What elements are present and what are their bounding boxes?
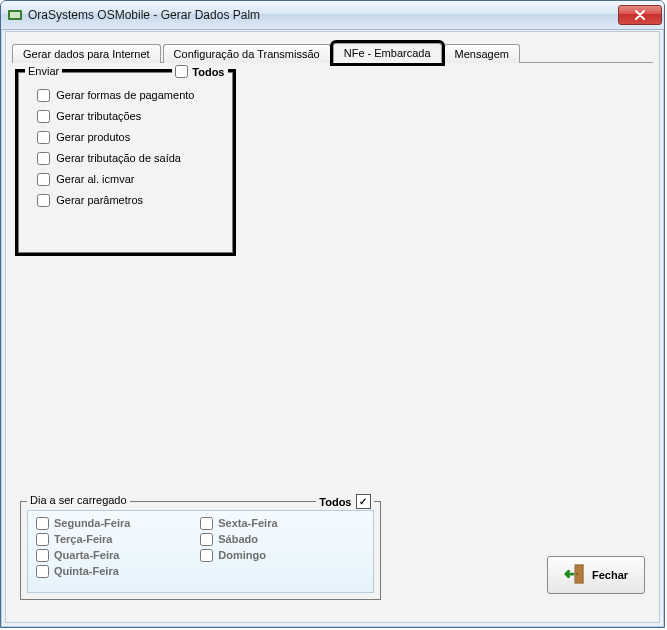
checkbox[interactable]	[200, 517, 213, 530]
checkbox-label: Gerar formas de pagamento	[56, 89, 194, 101]
checkbox-label: Gerar tributação de saída	[56, 152, 181, 164]
checkbox-label: Sábado	[218, 531, 258, 547]
dia-body: Segunda-Feira Terça-Feira Quarta-Feira Q…	[27, 510, 374, 593]
checkbox[interactable]	[36, 549, 49, 562]
tab-mensagem[interactable]: Mensagem	[444, 44, 520, 63]
fechar-button[interactable]: Fechar	[547, 556, 645, 594]
fechar-label: Fechar	[592, 569, 628, 581]
checkbox[interactable]	[200, 533, 213, 546]
tab-config-transmissao[interactable]: Configuração da Transmissão	[163, 44, 331, 63]
enviar-item[interactable]: Gerar tributação de saída	[37, 152, 215, 165]
enviar-item[interactable]: Gerar formas de pagamento	[37, 89, 215, 102]
checkbox[interactable]	[36, 517, 49, 530]
checkbox[interactable]	[36, 533, 49, 546]
checkbox-dia-todos[interactable]: ✓	[356, 494, 371, 509]
dia-item[interactable]: Quarta-Feira	[36, 547, 200, 563]
tab-strip: Gerar dados para Internet Configuração d…	[12, 38, 653, 63]
checkbox-label: Quinta-Feira	[54, 563, 119, 579]
label-dia-todos: Todos	[319, 496, 351, 508]
label-enviar-todos: Todos	[192, 66, 224, 78]
group-enviar-legend: Enviar	[25, 65, 62, 77]
dia-item[interactable]: Segunda-Feira	[36, 515, 200, 531]
checkbox-label: Quarta-Feira	[54, 547, 119, 563]
tab-gerar-dados-internet[interactable]: Gerar dados para Internet	[12, 44, 161, 63]
dia-item[interactable]: Sexta-Feira	[200, 515, 364, 531]
tab-nfe-embarcada[interactable]: NFe - Embarcada	[333, 43, 442, 63]
checkbox[interactable]	[37, 194, 50, 207]
checkbox-label: Segunda-Feira	[54, 515, 130, 531]
app-icon	[7, 7, 23, 23]
window-title: OraSystems OSMobile - Gerar Dados Palm	[28, 8, 618, 22]
checkbox-enviar-todos[interactable]	[175, 65, 188, 78]
dia-item[interactable]: Terça-Feira	[36, 531, 200, 547]
enviar-item[interactable]: Gerar produtos	[37, 131, 215, 144]
checkbox-label: Domingo	[218, 547, 266, 563]
dia-item[interactable]: Sábado	[200, 531, 364, 547]
dia-item[interactable]: Quinta-Feira	[36, 563, 200, 579]
checkbox[interactable]	[37, 89, 50, 102]
checkbox-label: Sexta-Feira	[218, 515, 277, 531]
svg-point-4	[576, 573, 578, 575]
svg-rect-2	[575, 565, 583, 583]
window-close-button[interactable]	[618, 5, 662, 25]
checkbox[interactable]	[37, 131, 50, 144]
dia-item[interactable]: Domingo	[200, 547, 364, 563]
checkbox-label: Gerar parâmetros	[56, 194, 143, 206]
dia-col-2: Sexta-Feira Sábado Domingo	[200, 515, 364, 588]
enviar-item[interactable]: Gerar al. icmvar	[37, 173, 215, 186]
group-dia-todos[interactable]: Todos ✓	[316, 494, 373, 509]
group-enviar-todos[interactable]: Todos	[172, 65, 227, 78]
checkbox[interactable]	[37, 110, 50, 123]
enviar-items: Gerar formas de pagamento Gerar tributaç…	[27, 77, 223, 221]
checkbox[interactable]	[200, 549, 213, 562]
checkbox[interactable]	[36, 565, 49, 578]
checkbox-label: Terça-Feira	[54, 531, 113, 547]
dia-col-1: Segunda-Feira Terça-Feira Quarta-Feira Q…	[36, 515, 200, 588]
enviar-item[interactable]: Gerar tributações	[37, 110, 215, 123]
app-window: OraSystems OSMobile - Gerar Dados Palm G…	[0, 0, 665, 628]
checkbox[interactable]	[37, 152, 50, 165]
titlebar: OraSystems OSMobile - Gerar Dados Palm	[1, 1, 664, 30]
checkbox-label: Gerar tributações	[56, 110, 141, 122]
checkbox-label: Gerar produtos	[56, 131, 130, 143]
group-dia: Dia a ser carregado Todos ✓ Segunda-Feir…	[20, 501, 381, 600]
client-area: Gerar dados para Internet Configuração d…	[5, 31, 660, 623]
group-dia-legend: Dia a ser carregado	[27, 494, 130, 506]
checkbox[interactable]	[37, 173, 50, 186]
svg-rect-1	[10, 12, 20, 18]
door-exit-icon	[564, 563, 586, 587]
enviar-item[interactable]: Gerar parâmetros	[37, 194, 215, 207]
group-enviar: Enviar Todos Gerar formas de pagamento G…	[18, 72, 233, 253]
checkbox-label: Gerar al. icmvar	[56, 173, 134, 185]
